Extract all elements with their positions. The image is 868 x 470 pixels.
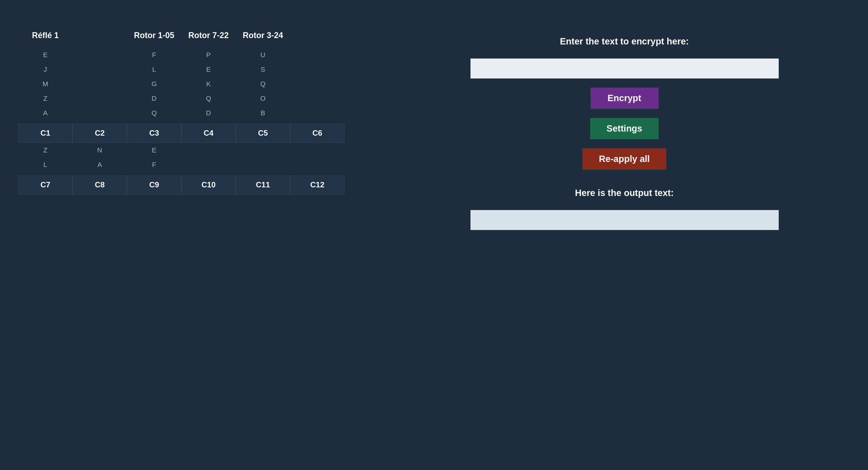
c9-label: C9 [127, 176, 181, 195]
c11-label: C11 [236, 176, 290, 195]
rotor1-letter-1: L [127, 62, 181, 77]
rotor1-header: Rotor 1-05 [127, 27, 181, 46]
rotor2-header: Rotor 7-22 [181, 27, 236, 46]
rotor3-letter-0: U [236, 48, 290, 62]
encrypt-input[interactable] [470, 59, 779, 78]
rotor3-letter-4: B [236, 106, 290, 120]
c2-sub-1: N [73, 143, 127, 157]
refle-letter-2: M [18, 77, 73, 91]
output-box [470, 210, 779, 230]
rotor3-letter-3: O [236, 91, 290, 106]
output-label: Here is the output text: [575, 188, 674, 198]
c4-label: C4 [181, 124, 236, 143]
c1-sub-2: L [18, 157, 73, 172]
settings-button[interactable]: Settings [590, 118, 659, 139]
rotor1-letter-4: Q [127, 106, 181, 120]
c1-sub-1: Z [18, 143, 73, 157]
c3-sub-1: E [127, 143, 181, 157]
rotor3-letter-2: Q [236, 77, 290, 91]
c2-sub-2: A [73, 157, 127, 172]
refle-letter-1: J [18, 62, 73, 77]
refle-letter-0: E [18, 48, 73, 62]
rotor3-letter-1: S [236, 62, 290, 77]
rotor2-letter-1: E [181, 62, 236, 77]
c3-label: C3 [127, 124, 181, 143]
rotor2-letter-4: D [181, 106, 236, 120]
c8-label: C8 [73, 176, 127, 195]
input-label: Enter the text to encrypt here: [560, 36, 689, 47]
rotor1-letter-3: D [127, 91, 181, 106]
left-panel: Réflé 1 Rotor 1-05 Rotor 7-22 Rotor 3-24… [18, 27, 381, 452]
empty-header-2 [290, 27, 344, 46]
c12-label: C12 [290, 176, 344, 195]
refle-letter-4: A [18, 106, 73, 120]
reapply-button[interactable]: Re-apply all [582, 148, 666, 170]
refle-header: Réflé 1 [18, 27, 73, 46]
c3-sub-2: F [127, 157, 181, 172]
right-panel: Enter the text to encrypt here: Encrypt … [399, 27, 850, 452]
empty-header-1 [73, 27, 127, 46]
rotor2-letter-0: P [181, 48, 236, 62]
c6-label: C6 [290, 124, 344, 143]
rotor2-letter-2: K [181, 77, 236, 91]
rotor1-letter-2: G [127, 77, 181, 91]
rotor3-header: Rotor 3-24 [236, 27, 290, 46]
rotor2-letter-3: Q [181, 91, 236, 106]
c2-label: C2 [73, 124, 127, 143]
refle-letter-3: Z [18, 91, 73, 106]
c5-label: C5 [236, 124, 290, 143]
encrypt-button[interactable]: Encrypt [591, 88, 659, 109]
c10-label: C10 [181, 176, 236, 195]
c1-label: C1 [18, 124, 73, 143]
rotor1-letter-0: F [127, 48, 181, 62]
c7-label: C7 [18, 176, 73, 195]
